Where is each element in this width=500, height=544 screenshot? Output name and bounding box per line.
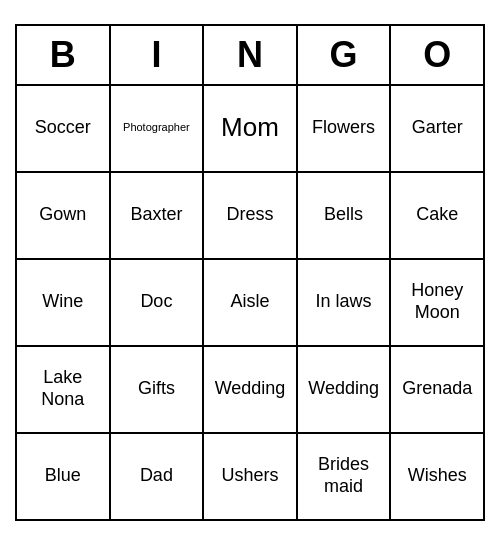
cell-2-1: Doc: [111, 260, 205, 345]
bingo-row: Lake Nona Gifts Wedding Wedding Grenada: [17, 347, 483, 434]
cell-2-2: Aisle: [204, 260, 298, 345]
cell-1-0: Gown: [17, 173, 111, 258]
cell-3-2: Wedding: [204, 347, 298, 432]
cell-4-2: Ushers: [204, 434, 298, 519]
bingo-card: B I N G O Soccer Photographer Mom Flower…: [15, 24, 485, 521]
cell-0-3: Flowers: [298, 86, 392, 171]
bingo-row: Wine Doc Aisle In laws Honey Moon: [17, 260, 483, 347]
cell-4-4: Wishes: [391, 434, 483, 519]
header-i: I: [111, 26, 205, 84]
header-n: N: [204, 26, 298, 84]
bingo-row: Gown Baxter Dress Bells Cake: [17, 173, 483, 260]
cell-1-3: Bells: [298, 173, 392, 258]
cell-0-4: Garter: [391, 86, 483, 171]
cell-3-4: Grenada: [391, 347, 483, 432]
cell-4-3: Brides maid: [298, 434, 392, 519]
cell-3-3: Wedding: [298, 347, 392, 432]
bingo-row: Blue Dad Ushers Brides maid Wishes: [17, 434, 483, 519]
header-b: B: [17, 26, 111, 84]
cell-1-2: Dress: [204, 173, 298, 258]
header-g: G: [298, 26, 392, 84]
cell-1-1: Baxter: [111, 173, 205, 258]
cell-3-0: Lake Nona: [17, 347, 111, 432]
bingo-header: B I N G O: [17, 26, 483, 86]
cell-2-4: Honey Moon: [391, 260, 483, 345]
header-o: O: [391, 26, 483, 84]
bingo-row: Soccer Photographer Mom Flowers Garter: [17, 86, 483, 173]
cell-0-1: Photographer: [111, 86, 205, 171]
cell-4-1: Dad: [111, 434, 205, 519]
cell-0-0: Soccer: [17, 86, 111, 171]
cell-0-2: Mom: [204, 86, 298, 171]
cell-2-0: Wine: [17, 260, 111, 345]
cell-4-0: Blue: [17, 434, 111, 519]
bingo-grid: Soccer Photographer Mom Flowers Garter G…: [17, 86, 483, 519]
cell-1-4: Cake: [391, 173, 483, 258]
cell-2-3: In laws: [298, 260, 392, 345]
cell-3-1: Gifts: [111, 347, 205, 432]
